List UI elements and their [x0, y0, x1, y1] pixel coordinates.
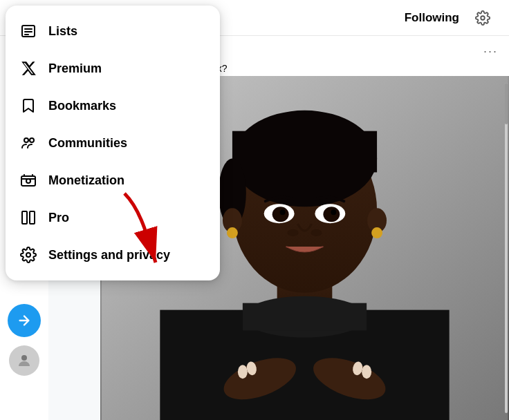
svg-point-0 [481, 16, 485, 20]
svg-point-29 [21, 355, 27, 361]
svg-rect-9 [232, 131, 377, 173]
svg-point-25 [238, 365, 248, 379]
menu-item-pro[interactable]: Pro [6, 199, 220, 236]
monetization-label: Monetization [48, 173, 124, 188]
bookmarks-label: Bookmarks [48, 99, 116, 113]
svg-point-19 [280, 209, 286, 215]
svg-point-13 [371, 227, 382, 238]
svg-rect-36 [21, 176, 35, 186]
profile-avatar-button[interactable] [9, 345, 39, 376]
communities-label: Communities [48, 136, 127, 151]
dropdown-menu: Lists Premium Bookmarks Communit [6, 6, 220, 280]
menu-item-bookmarks[interactable]: Bookmarks [6, 87, 220, 124]
scroll-bar[interactable] [505, 83, 508, 413]
scroll-thumb [505, 83, 508, 124]
menu-item-premium[interactable]: Premium [6, 50, 220, 87]
svg-rect-6 [243, 303, 367, 331]
monetization-icon [19, 171, 37, 189]
svg-point-42 [26, 253, 30, 257]
settings-label: Settings and privacy [48, 248, 170, 262]
lists-label: Lists [48, 24, 77, 39]
pro-label: Pro [48, 211, 69, 225]
svg-rect-41 [30, 211, 35, 224]
premium-x-icon [19, 59, 37, 77]
svg-point-34 [24, 138, 28, 142]
menu-item-communities[interactable]: Communities [6, 124, 220, 162]
svg-point-17 [272, 207, 289, 222]
menu-item-settings[interactable]: Settings and privacy [6, 236, 220, 274]
svg-point-22 [311, 229, 322, 236]
menu-item-monetization[interactable]: Monetization [6, 162, 220, 199]
svg-point-21 [288, 229, 299, 236]
svg-point-14 [227, 227, 238, 238]
svg-point-27 [362, 365, 371, 379]
svg-point-18 [323, 207, 340, 222]
premium-label: Premium [48, 61, 102, 76]
svg-point-35 [30, 138, 34, 142]
bookmarks-icon [19, 97, 37, 115]
svg-point-20 [331, 209, 336, 215]
menu-item-lists[interactable]: Lists [6, 12, 220, 50]
settings-icon [19, 246, 37, 264]
tweet-more-button[interactable]: ··· [483, 44, 498, 59]
compose-button[interactable] [8, 304, 41, 337]
settings-gear-button[interactable] [470, 6, 495, 30]
communities-icon [19, 134, 37, 152]
pro-icon [19, 209, 37, 227]
svg-rect-40 [22, 211, 27, 224]
following-tab-label[interactable]: Following [405, 11, 459, 25]
lists-icon [19, 22, 37, 40]
